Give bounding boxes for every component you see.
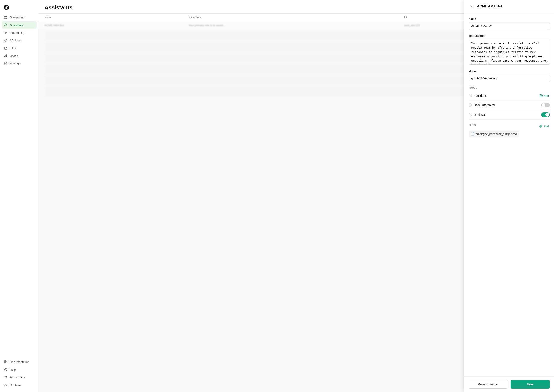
sidebar-item-label: Fine-tuning xyxy=(10,31,24,34)
file-doc-icon: 📄 xyxy=(471,132,475,136)
svg-point-11 xyxy=(6,371,6,371)
name-label: Name xyxy=(468,17,550,21)
panel-body: Name Instructions ⤢ Model gpt-4-1106-pre… xyxy=(464,13,554,376)
sidebar-item-assistants[interactable]: Assistants xyxy=(2,21,36,29)
api-keys-icon xyxy=(4,38,8,42)
panel-footer: Revert changes Save xyxy=(464,376,554,392)
panel-title: ACME AMA Bot xyxy=(477,5,502,8)
sidebar-item-label: Assistants xyxy=(10,23,23,27)
model-field-section: Model gpt-4-1106-preview gpt-4 gpt-3.5-t… xyxy=(468,70,550,82)
code-interpreter-label: Code interpreter xyxy=(474,103,495,107)
openai-logo-icon xyxy=(3,4,9,10)
sidebar-nav: Playground Assistants Fine-tuning xyxy=(0,14,38,357)
instructions-wrap: ⤢ xyxy=(468,39,550,65)
functions-label: Functions xyxy=(474,94,487,97)
svg-rect-1 xyxy=(6,16,7,17)
tools-label: TOOLS xyxy=(468,86,550,89)
files-label: FILES xyxy=(468,124,476,126)
tool-row-code-interpreter: i Code interpreter xyxy=(468,100,550,110)
instructions-label: Instructions xyxy=(468,34,550,37)
svg-point-17 xyxy=(6,377,7,378)
code-interpreter-info-icon[interactable]: i xyxy=(468,103,472,107)
sidebar-item-documentation[interactable]: Documentation xyxy=(2,358,36,365)
sidebar-item-label: Help xyxy=(10,368,16,371)
fine-tuning-icon xyxy=(4,31,8,35)
sidebar-item-label: Files xyxy=(10,47,16,50)
instructions-field-section: Instructions ⤢ xyxy=(468,34,550,65)
toggle-thumb xyxy=(542,103,546,107)
panel-close-button[interactable]: × xyxy=(468,3,475,9)
toggle-thumb xyxy=(546,113,549,117)
usage-icon xyxy=(4,54,8,58)
functions-add-button[interactable]: Add xyxy=(539,93,550,98)
sidebar-user-label: Runbear xyxy=(10,384,21,387)
save-button[interactable]: Save xyxy=(511,380,550,389)
code-interpreter-toggle[interactable] xyxy=(541,103,550,107)
svg-point-20 xyxy=(6,378,7,378)
tool-left-code-interpreter: i Code interpreter xyxy=(468,103,495,107)
svg-point-4 xyxy=(5,24,7,25)
functions-info-icon[interactable]: i xyxy=(468,94,472,97)
user-icon xyxy=(4,383,8,387)
sidebar-item-label: Usage xyxy=(10,54,18,57)
sidebar-item-settings[interactable]: Settings xyxy=(2,60,36,67)
tool-left-retrieval: i Retrieval xyxy=(468,113,485,116)
help-icon xyxy=(4,368,8,371)
tool-row-retrieval: i Retrieval xyxy=(468,110,550,119)
sidebar-item-label: API keys xyxy=(10,39,21,42)
grid-icon xyxy=(4,375,8,379)
sidebar-item-help[interactable]: Help xyxy=(2,366,36,373)
sidebar-item-playground[interactable]: Playground xyxy=(2,14,36,21)
tool-left-functions: i Functions xyxy=(468,94,487,97)
svg-point-9 xyxy=(5,63,7,64)
docs-icon xyxy=(4,360,8,364)
revert-changes-button[interactable]: Revert changes xyxy=(468,380,508,389)
model-label: Model xyxy=(468,70,550,73)
file-chip[interactable]: 📄 employee_handbook_sample.md xyxy=(468,131,519,137)
svg-point-14 xyxy=(6,376,7,377)
sidebar-item-user[interactable]: Runbear xyxy=(2,381,36,389)
sidebar-bottom: Documentation Help xyxy=(0,357,38,389)
assistants-icon xyxy=(4,23,8,27)
svg-rect-7 xyxy=(6,55,6,57)
svg-point-16 xyxy=(6,377,6,378)
files-header: FILES Add xyxy=(468,124,550,128)
svg-rect-2 xyxy=(5,18,6,19)
svg-point-13 xyxy=(6,376,6,377)
sidebar-item-label: Documentation xyxy=(10,360,29,364)
svg-point-21 xyxy=(5,384,7,385)
model-select-wrap: gpt-4-1106-preview gpt-4 gpt-3.5-turbo g… xyxy=(468,75,550,82)
retrieval-toggle[interactable] xyxy=(541,112,550,117)
tools-section: TOOLS i Functions Add i xyxy=(468,86,550,119)
svg-rect-6 xyxy=(5,56,5,57)
svg-point-19 xyxy=(6,378,6,378)
sidebar-item-label: Playground xyxy=(10,16,24,19)
sidebar-item-api-keys[interactable]: API keys xyxy=(2,37,36,44)
files-add-button[interactable]: Add xyxy=(539,124,550,128)
expand-icon[interactable]: ⤢ xyxy=(546,61,548,64)
sidebar-item-label: Settings xyxy=(10,62,20,65)
sidebar-item-all-products[interactable]: All products xyxy=(2,374,36,381)
sidebar-item-usage[interactable]: Usage xyxy=(2,52,36,59)
instructions-textarea[interactable] xyxy=(468,39,550,65)
sidebar-item-files[interactable]: Files xyxy=(2,44,36,52)
sidebar: Playground Assistants Fine-tuning xyxy=(0,0,38,392)
plus-circle-icon xyxy=(540,94,543,97)
retrieval-info-icon[interactable]: i xyxy=(468,113,472,116)
settings-icon xyxy=(4,62,8,65)
files-icon xyxy=(4,46,8,50)
sidebar-item-label: All products xyxy=(10,376,25,379)
sidebar-item-fine-tuning[interactable]: Fine-tuning xyxy=(2,29,36,36)
svg-point-15 xyxy=(5,377,5,378)
file-name: employee_handbook_sample.md xyxy=(476,132,517,136)
side-panel: × ACME AMA Bot Name Instructions ⤢ Model… xyxy=(464,0,554,392)
paperclip-icon xyxy=(540,125,543,128)
retrieval-label: Retrieval xyxy=(474,113,485,116)
name-input[interactable] xyxy=(468,22,550,30)
col-header-instructions: Instructions xyxy=(188,16,404,19)
tool-row-functions: i Functions Add xyxy=(468,91,550,100)
svg-point-12 xyxy=(5,376,5,377)
name-field-section: Name xyxy=(468,17,550,30)
app-logo xyxy=(0,3,38,14)
model-select[interactable]: gpt-4-1106-preview gpt-4 gpt-3.5-turbo g… xyxy=(468,75,550,82)
